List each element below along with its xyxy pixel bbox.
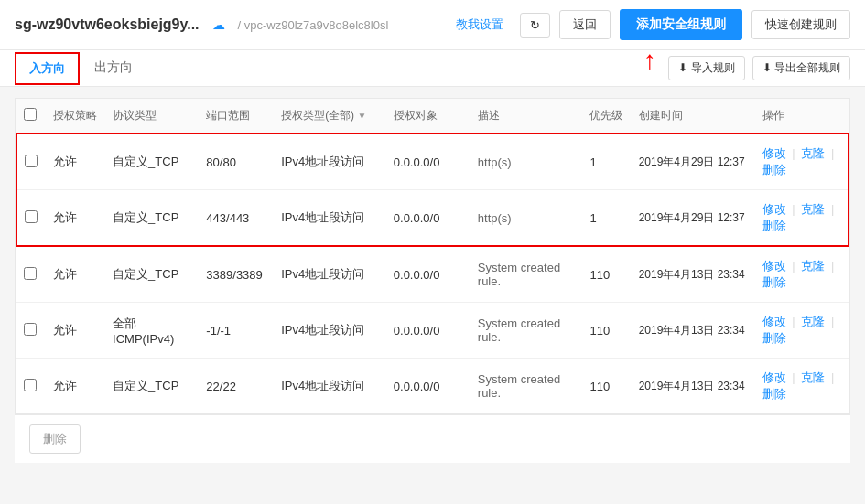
cell-proto: 自定义_TCP [105, 359, 199, 414]
col-priority: 优先级 [582, 99, 631, 134]
main-content: 授权策略 协议类型 端口范围 授权类型(全部) ▼ 授权对象 描述 优先级 创建… [0, 87, 865, 474]
edit-link[interactable]: 修改 [762, 259, 786, 273]
row-checkbox[interactable] [24, 323, 37, 336]
cell-priority: 110 [582, 359, 631, 414]
table-row: 允许 自定义_TCP 443/443 IPv4地址段访问 0.0.0.0/0 h… [16, 190, 849, 247]
cell-proto: 自定义_TCP [105, 134, 199, 190]
delete-link[interactable]: 删除 [762, 331, 786, 345]
table-row: 允许 全部ICMP(IPv4) -1/-1 IPv4地址段访问 0.0.0.0/… [16, 303, 849, 359]
cell-policy: 允许 [46, 359, 105, 414]
add-rule-button[interactable]: 添加安全组规则 [620, 9, 742, 40]
cell-policy: 允许 [46, 190, 105, 247]
bottom-bar: 删除 [15, 414, 850, 463]
edit-link[interactable]: 修改 [762, 146, 786, 160]
delete-link[interactable]: 删除 [762, 163, 786, 177]
cell-proto: 全部ICMP(IPv4) [105, 303, 199, 359]
page-header: sg-wz90vtw6eoksbiejg9y... ☁ / vpc-wz90lz… [0, 0, 865, 50]
col-desc: 描述 [470, 99, 583, 134]
breadcrumb: / vpc-wz90lz7a9v8o8elc8l0sl [238, 18, 389, 32]
table-row: 允许 自定义_TCP 3389/3389 IPv4地址段访问 0.0.0.0/0… [16, 246, 849, 303]
cell-time: 2019年4月13日 23:34 [632, 246, 755, 303]
row-checkbox[interactable] [25, 210, 38, 223]
col-time: 创建时间 [632, 99, 755, 134]
cell-target: 0.0.0.0/0 [386, 134, 470, 190]
rules-table-wrapper: 授权策略 协议类型 端口范围 授权类型(全部) ▼ 授权对象 描述 优先级 创建… [15, 98, 850, 414]
table-row: 允许 自定义_TCP 80/80 IPv4地址段访问 0.0.0.0/0 htt… [16, 134, 849, 190]
cell-authtype: IPv4地址段访问 [274, 246, 386, 303]
cell-port: -1/-1 [199, 303, 274, 359]
row-checkbox[interactable] [24, 379, 37, 391]
clone-link[interactable]: 克隆 [801, 202, 825, 216]
table-body: 允许 自定义_TCP 80/80 IPv4地址段访问 0.0.0.0/0 htt… [16, 134, 849, 413]
cell-port: 22/22 [199, 359, 274, 414]
cell-op: 修改 | 克隆 | 删除 [755, 359, 849, 414]
clone-link[interactable]: 克隆 [801, 370, 825, 384]
cell-op: 修改 | 克隆 | 删除 [755, 303, 849, 359]
tab-outbound[interactable]: 出方向 [80, 50, 147, 87]
cell-policy: 允许 [46, 246, 105, 303]
page-title: sg-wz90vtw6eoksbiejg9y... [15, 16, 200, 33]
help-button[interactable]: 教我设置 [449, 12, 511, 38]
cell-policy: 允许 [46, 303, 105, 359]
cell-desc: System created rule. [470, 303, 583, 359]
cell-port: 3389/3389 [199, 246, 274, 303]
filter-icon: ▼ [357, 111, 366, 121]
delete-link[interactable]: 删除 [762, 387, 786, 401]
edit-link[interactable]: 修改 [762, 202, 786, 216]
cell-op: 修改 | 克隆 | 删除 [755, 246, 849, 303]
cell-authtype: IPv4地址段访问 [274, 190, 386, 247]
import-rules-button[interactable]: ⬇ 导入规则 [668, 56, 744, 80]
cell-desc: System created rule. [470, 359, 583, 414]
cell-time: 2019年4月29日 12:37 [632, 134, 755, 190]
col-authtype[interactable]: 授权类型(全部) ▼ [274, 99, 386, 134]
cell-authtype: IPv4地址段访问 [274, 134, 386, 190]
quick-create-button[interactable]: 快速创建规则 [751, 10, 850, 39]
cell-authtype: IPv4地址段访问 [274, 359, 386, 414]
row-checkbox[interactable] [25, 155, 38, 167]
clone-link[interactable]: 克隆 [801, 259, 825, 273]
cell-policy: 允许 [46, 134, 105, 190]
cell-time: 2019年4月13日 23:34 [632, 359, 755, 414]
cell-op: 修改 | 克隆 | 删除 [755, 190, 849, 247]
cell-desc: System created rule. [470, 246, 583, 303]
export-rules-button[interactable]: ⬇ 导出全部规则 [752, 56, 850, 80]
refresh-button[interactable]: ↻ [520, 13, 550, 38]
col-op: 操作 [755, 99, 849, 134]
cell-op: 修改 | 克隆 | 删除 [755, 134, 849, 190]
table-header-row: 授权策略 协议类型 端口范围 授权类型(全部) ▼ 授权对象 描述 优先级 创建… [16, 99, 849, 134]
back-button[interactable]: 返回 [559, 10, 611, 39]
cell-proto: 自定义_TCP [105, 190, 199, 247]
edit-link[interactable]: 修改 [762, 315, 786, 328]
col-target: 授权对象 [386, 99, 470, 134]
rules-table: 授权策略 协议类型 端口范围 授权类型(全部) ▼ 授权对象 描述 优先级 创建… [16, 99, 849, 413]
cell-priority: 110 [582, 246, 631, 303]
edit-link[interactable]: 修改 [762, 370, 786, 384]
cell-priority: 110 [582, 303, 631, 359]
delete-link[interactable]: 删除 [762, 219, 786, 232]
cloud-icon: ☁ [212, 17, 225, 32]
cell-authtype: IPv4地址段访问 [274, 303, 386, 359]
cell-target: 0.0.0.0/0 [386, 359, 470, 414]
cell-priority: 1 [582, 134, 631, 190]
cell-target: 0.0.0.0/0 [386, 303, 470, 359]
cell-port: 80/80 [199, 134, 274, 190]
cell-desc: http(s) [470, 190, 583, 247]
cell-time: 2019年4月13日 23:34 [632, 303, 755, 359]
cell-port: 443/443 [199, 190, 274, 247]
clone-link[interactable]: 克隆 [801, 146, 825, 160]
row-checkbox[interactable] [24, 267, 37, 280]
col-port: 端口范围 [199, 99, 274, 134]
col-policy: 授权策略 [46, 99, 105, 134]
cell-time: 2019年4月29日 12:37 [632, 190, 755, 247]
clone-link[interactable]: 克隆 [801, 315, 825, 328]
cell-desc: http(s) [470, 134, 583, 190]
cell-target: 0.0.0.0/0 [386, 246, 470, 303]
table-row: 允许 自定义_TCP 22/22 IPv4地址段访问 0.0.0.0/0 Sys… [16, 359, 849, 414]
delete-selected-button[interactable]: 删除 [29, 424, 81, 454]
delete-link[interactable]: 删除 [762, 275, 786, 289]
cell-target: 0.0.0.0/0 [386, 190, 470, 247]
cell-priority: 1 [582, 190, 631, 247]
select-all-checkbox[interactable] [24, 108, 37, 121]
tab-inbound[interactable]: 入方向 [15, 52, 80, 85]
col-proto: 协议类型 [105, 99, 199, 134]
